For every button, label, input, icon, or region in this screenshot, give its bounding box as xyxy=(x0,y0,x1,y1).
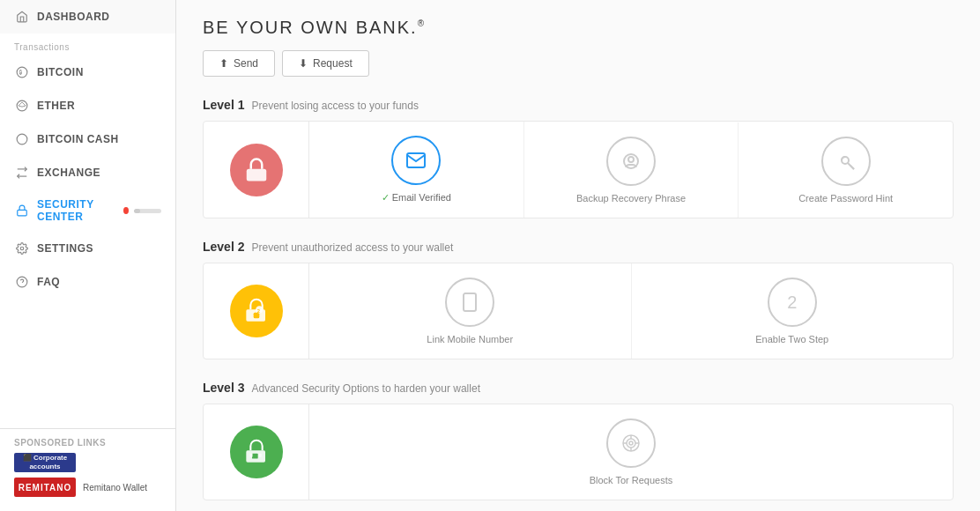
level3-items: Block Tor Requests xyxy=(309,404,953,500)
level2-items: Link Mobile Number 2 Enable Two Step xyxy=(309,263,953,359)
page-title: BE YOUR OWN BANK.® xyxy=(203,18,954,38)
svg-point-11 xyxy=(628,157,634,162)
level3-title: Level 3 xyxy=(203,381,244,395)
level2-icon-col: 2 xyxy=(204,263,309,359)
mobile-label: Link Mobile Number xyxy=(427,334,513,344)
two-step-label: Enable Two Step xyxy=(755,334,828,344)
svg-text:₿: ₿ xyxy=(19,70,22,75)
home-icon xyxy=(14,9,30,25)
svg-line-14 xyxy=(848,163,854,169)
email-label: ✓Email Verified xyxy=(382,192,451,204)
level3-icon-col xyxy=(204,404,309,500)
level2-title: Level 2 xyxy=(203,240,244,254)
two-step-item[interactable]: 2 Enable Two Step xyxy=(632,263,954,359)
svg-rect-24 xyxy=(258,454,261,457)
send-icon: ⬆ xyxy=(219,57,228,70)
level3-header: Level 3 Advanced Security Options to har… xyxy=(203,381,954,395)
svg-rect-9 xyxy=(246,168,266,181)
transactions-label: Transactions xyxy=(0,33,175,56)
password-hint-label: Create Password Hint xyxy=(798,193,893,204)
level2-card: 2 Link Mobile Number 2 xyxy=(203,263,954,359)
corporate-logo: ⬛ Corporateaccounts xyxy=(14,453,76,472)
corporate-link[interactable]: ⬛ Corporateaccounts xyxy=(14,453,161,472)
sidebar-item-label: BITCOIN CASH xyxy=(37,133,119,145)
password-hint-item[interactable]: Create Password Hint xyxy=(739,122,953,218)
remitano-text: Remitano Wallet xyxy=(83,483,147,492)
remitano-link[interactable]: REMITANO Remitano Wallet xyxy=(14,478,161,497)
ether-icon xyxy=(14,98,30,114)
level2-header: Level 2 Prevent unauthorized access to y… xyxy=(203,240,954,254)
block-tor-label: Block Tor Requests xyxy=(590,475,673,485)
level3-section: Level 3 Advanced Security Options to har… xyxy=(203,381,954,500)
sponsored-links: SPONSORED LINKS ⬛ Corporateaccounts REMI… xyxy=(0,428,175,511)
svg-rect-23 xyxy=(249,454,252,457)
password-circle xyxy=(821,137,871,186)
block-tor-item[interactable]: Block Tor Requests xyxy=(309,404,953,500)
security-progress xyxy=(134,209,161,213)
backup-recovery-item[interactable]: Backup Recovery Phrase xyxy=(524,122,739,218)
email-circle xyxy=(391,136,441,185)
two-step-circle: 2 xyxy=(768,278,817,327)
svg-point-26 xyxy=(627,439,635,448)
sidebar-nav: DASHBOARD Transactions ₿ BITCOIN ETHER xyxy=(0,0,175,428)
level2-section: Level 2 Prevent unauthorized access to y… xyxy=(203,240,954,359)
sidebar-item-label: SETTINGS xyxy=(37,242,93,255)
level1-desc: Prevent losing access to your funds xyxy=(251,100,418,112)
settings-icon xyxy=(14,241,30,256)
svg-point-6 xyxy=(20,247,24,250)
level2-desc: Prevent unauthorized access to your wall… xyxy=(251,241,453,254)
tor-circle xyxy=(606,418,656,468)
sidebar-item-faq[interactable]: FAQ xyxy=(0,265,175,299)
svg-point-4 xyxy=(17,134,27,144)
sidebar-item-exchange[interactable]: EXCHANGE xyxy=(0,156,175,189)
email-verified-item[interactable]: ✓Email Verified xyxy=(309,122,524,218)
check-icon: ✓ xyxy=(382,192,390,203)
top-actions: ⬆ Send ⬇ Request xyxy=(203,50,954,77)
backup-label: Backup Recovery Phrase xyxy=(576,193,686,204)
svg-rect-5 xyxy=(18,210,27,215)
sidebar-item-settings[interactable]: SETTINGS xyxy=(0,232,175,265)
bitcoin-cash-icon xyxy=(14,131,30,147)
send-button[interactable]: ⬆ Send xyxy=(203,50,275,77)
level1-icon-circle xyxy=(230,144,283,196)
level1-header: Level 1 Prevent losing access to your fu… xyxy=(203,98,954,112)
svg-point-27 xyxy=(629,441,633,445)
request-icon: ⬇ xyxy=(299,57,308,70)
sidebar-item-label: SECURITY CENTER xyxy=(37,198,118,223)
sidebar-item-dashboard[interactable]: DASHBOARD xyxy=(0,0,175,33)
level1-section: Level 1 Prevent losing access to your fu… xyxy=(203,98,954,218)
bitcoin-icon: ₿ xyxy=(14,64,30,80)
mobile-number-item[interactable]: Link Mobile Number xyxy=(309,263,632,359)
level1-card: ✓Email Verified Backup Recovery Phrase xyxy=(203,121,954,218)
exchange-icon xyxy=(14,165,30,181)
sidebar-item-label: ETHER xyxy=(37,100,75,112)
level1-title: Level 1 xyxy=(203,98,244,112)
level1-icon-col xyxy=(204,122,309,218)
level2-icon-circle: 2 xyxy=(230,285,283,337)
request-button[interactable]: ⬇ Request xyxy=(282,50,369,77)
lock-icon xyxy=(14,203,30,218)
sidebar-item-label: FAQ xyxy=(37,276,60,288)
svg-marker-3 xyxy=(19,102,26,107)
sidebar-item-bitcoin[interactable]: ₿ BITCOIN xyxy=(0,56,175,89)
sidebar-item-label: DASHBOARD xyxy=(37,11,110,23)
security-badge xyxy=(123,207,129,214)
level3-icon-circle xyxy=(230,426,283,478)
sidebar: DASHBOARD Transactions ₿ BITCOIN ETHER xyxy=(0,0,176,511)
sidebar-item-bitcoin-cash[interactable]: BITCOIN CASH xyxy=(0,122,175,156)
main-content: BE YOUR OWN BANK.® ⬆ Send ⬇ Request Leve… xyxy=(176,0,980,511)
sidebar-item-label: BITCOIN xyxy=(37,66,84,78)
level3-desc: Advanced Security Options to harden your… xyxy=(251,382,479,395)
sidebar-item-security-center[interactable]: SECURITY CENTER xyxy=(0,189,175,232)
level3-card: Block Tor Requests xyxy=(203,404,954,500)
level1-items: ✓Email Verified Backup Recovery Phrase xyxy=(309,122,953,218)
faq-icon xyxy=(14,274,30,290)
sidebar-item-ether[interactable]: ETHER xyxy=(0,89,175,122)
sidebar-item-label: EXCHANGE xyxy=(37,167,100,179)
backup-circle xyxy=(606,137,656,186)
svg-rect-22 xyxy=(252,454,258,459)
sponsored-links-title: SPONSORED LINKS xyxy=(14,438,161,448)
mobile-circle xyxy=(445,278,494,327)
remitano-logo: REMITANO xyxy=(14,478,76,497)
